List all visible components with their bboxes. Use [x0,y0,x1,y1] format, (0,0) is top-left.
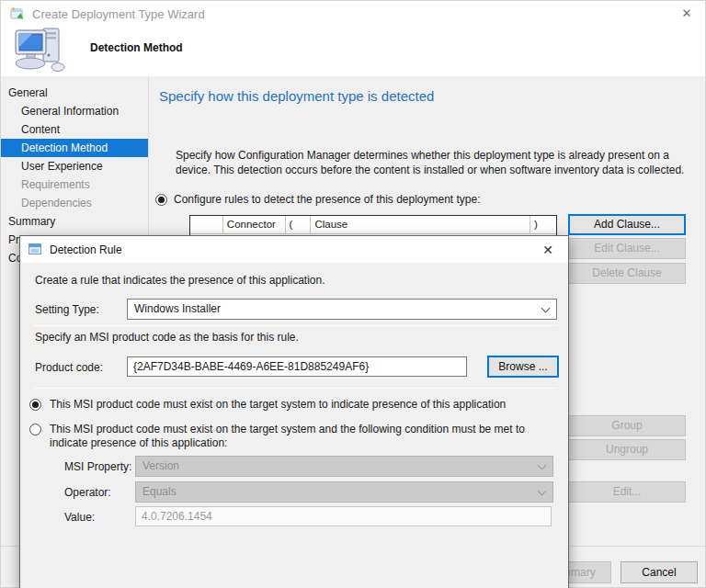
sidebar-item-summary[interactable]: Summary [1,212,148,231]
column-close-paren: ) [530,216,556,233]
msi-property-label: MSI Property: [64,460,131,473]
dialog-title: Detection Rule [50,243,122,256]
dialog-intro-text: Create a rule that indicates the presenc… [35,274,325,287]
product-code-input[interactable] [127,356,467,377]
msi-hint-text: Specify an MSI product code as the basis… [35,331,299,344]
column-open-paren: ( [286,216,312,233]
add-clause-button[interactable]: Add Clause... [568,214,686,235]
header-page-title: Detection Method [90,41,183,54]
sidebar-item-content[interactable]: Content [1,120,148,139]
wizard-titlebar: Create Deployment Type Wizard ✕ [1,1,705,27]
edit-button: Edit... [568,481,686,503]
window-title: Create Deployment Type Wizard [32,7,205,21]
edit-clause-button: Edit Clause... [568,238,686,259]
column-select [190,216,223,233]
sidebar-item-requirements: Requirements [1,175,148,194]
value-label: Value: [64,511,95,524]
browse-button[interactable]: Browse ... [487,356,559,378]
dialog-titlebar: Detection Rule ✕ [20,236,568,263]
wizard-header: Detection Method [1,27,705,76]
setting-type-label: Setting Type: [35,303,99,316]
sidebar-item-general-information[interactable]: General Information [1,102,148,120]
dialog-window-icon [28,242,42,256]
sidebar-item-detection-method[interactable]: Detection Method [1,139,148,157]
setting-type-value: Windows Installer [134,302,221,315]
msi-property-select: Version [135,456,553,477]
operator-label: Operator: [64,486,111,499]
sidebar-item-user-experience[interactable]: User Experience [1,157,148,175]
detection-clauses-table-header: Connector ( Clause ) [190,216,556,234]
msi-condition-radio-label: This MSI product code must exist on the … [50,423,553,450]
msi-exist-radio[interactable] [29,399,41,411]
product-code-label: Product code: [35,361,103,374]
computer-icon [12,25,69,76]
value-input [135,506,552,526]
cancel-button[interactable]: Cancel [621,561,698,583]
create-deployment-type-wizard-window: Create Deployment Type Wizard ✕ Detectio… [0,0,706,588]
operator-select: Equals [135,481,553,503]
column-connector: Connector [223,216,286,233]
dialog-close-icon[interactable]: ✕ [539,241,557,259]
configure-rules-radio[interactable] [155,194,167,206]
sidebar-item-dependencies: Dependencies [1,194,148,212]
msi-condition-radio-row[interactable]: This MSI product code must exist on the … [29,423,553,450]
configure-rules-radio-label: Configure rules to detect the presence o… [174,193,481,206]
section-divider [33,325,557,326]
msi-condition-radio[interactable] [29,424,41,435]
wizard-app-icon [10,6,25,21]
delete-clause-button: Delete Clause [568,263,686,284]
configure-rules-radio-row[interactable]: Configure rules to detect the presence o… [155,193,481,206]
msi-property-value: Version [142,459,179,472]
window-close-icon[interactable]: ✕ [678,5,696,23]
group-button: Group [568,415,686,436]
detection-rule-dialog: Detection Rule ✕ Create a rule that indi… [19,235,569,588]
chevron-down-icon [541,304,551,313]
chevron-down-icon [538,461,547,470]
page-heading: Specify how this deployment type is dete… [159,88,434,104]
chevron-down-icon [538,487,547,496]
sidebar-item-general[interactable]: General [1,84,148,102]
msi-exist-radio-row[interactable]: This MSI product code must exist on the … [29,398,506,411]
column-clause: Clause [311,216,530,233]
msi-exist-radio-label: This MSI product code must exist on the … [50,398,506,411]
section-divider [33,388,557,389]
setting-type-select[interactable]: Windows Installer [127,299,557,320]
page-description: Specify how Configuration Manager determ… [176,148,703,177]
operator-value: Equals [142,485,176,498]
ungroup-button: Ungroup [568,439,686,460]
